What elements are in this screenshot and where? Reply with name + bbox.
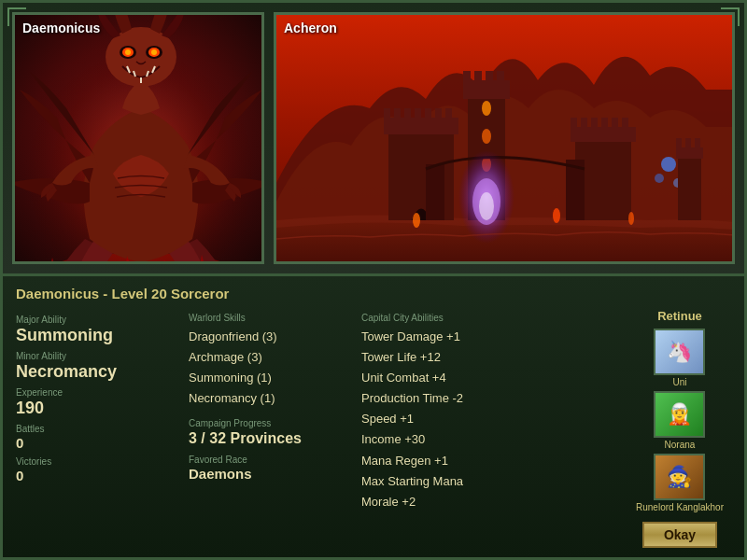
retinue-member-name: Uni <box>672 377 686 387</box>
warlord-skill-item: Dragonfriend (3) <box>189 327 352 347</box>
abilities-list: Tower Damage +1Tower Life +12Unit Combat… <box>361 327 619 512</box>
retinue-title: Retinue <box>657 309 702 323</box>
abilities-header: Capital City Abilities <box>361 313 619 323</box>
svg-rect-27 <box>384 108 390 119</box>
daemonicus-portrait-frame: Daemonicus <box>12 12 264 264</box>
major-ability-value: Summoning <box>16 326 179 345</box>
top-section: Daemonicus <box>3 3 744 273</box>
major-ability-label: Major Ability <box>16 315 179 325</box>
svg-rect-58 <box>685 138 691 148</box>
svg-rect-18 <box>463 71 471 82</box>
svg-point-23 <box>482 129 491 144</box>
experience-label: Experience <box>16 387 179 398</box>
ability-item: Production Time -2 <box>361 388 619 409</box>
svg-rect-32 <box>435 108 442 119</box>
ability-item: Mana Regen +1 <box>361 451 619 471</box>
svg-rect-21 <box>497 71 504 82</box>
retinue-list: 🦄Uni🧝Norana🧙Runelord Kanglakhor <box>636 329 724 516</box>
warlord-skills-list: Dragonfriend (3)Archmage (3)Summoning (1… <box>189 327 352 409</box>
daemonicus-creature-svg <box>15 15 261 261</box>
svg-point-46 <box>479 192 494 220</box>
svg-rect-56 <box>676 147 703 159</box>
svg-rect-40 <box>612 118 618 129</box>
warlord-label: Warlord Skills <box>189 313 352 323</box>
daemonicus-background <box>15 15 261 261</box>
warlord-column: Warlord Skills Dragonfriend (3)Archmage … <box>189 309 352 548</box>
warlord-skill-item: Summoning (1) <box>189 368 352 388</box>
warlord-skill-item: Archmage (3) <box>189 347 352 368</box>
retinue-portrait: 🧙 <box>654 454 705 500</box>
svg-point-52 <box>413 213 420 228</box>
retinue-member: 🦄Uni <box>636 329 724 387</box>
acheron-background <box>276 15 732 261</box>
svg-rect-35 <box>571 127 636 142</box>
retinue-column: Retinue 🦄Uni🧝Norana🧙Runelord Kanglakhor … <box>628 309 731 548</box>
abilities-column: Capital City Abilities Tower Damage +1To… <box>361 309 619 548</box>
svg-point-22 <box>482 101 491 116</box>
ability-item: Speed +1 <box>361 409 619 429</box>
ability-item: Tower Life +12 <box>361 347 619 368</box>
panel-content: Major Ability Summoning Minor Ability Ne… <box>16 309 731 548</box>
battles-value: 0 <box>16 435 179 451</box>
main-frame: Daemonicus <box>0 0 747 560</box>
svg-rect-28 <box>394 108 401 119</box>
svg-rect-42 <box>426 164 444 220</box>
minor-ability-value: Necromancy <box>16 362 179 382</box>
svg-point-7 <box>125 49 131 55</box>
svg-rect-33 <box>445 108 452 119</box>
acheron-scene-svg <box>276 15 732 261</box>
favored-race-label: Favored Race <box>189 455 352 465</box>
svg-point-49 <box>655 174 664 183</box>
minor-ability-label: Minor Ability <box>16 351 179 361</box>
svg-rect-36 <box>571 118 577 129</box>
svg-rect-39 <box>601 118 608 129</box>
svg-rect-19 <box>474 71 482 82</box>
acheron-label: Acheron <box>284 21 337 35</box>
retinue-member: 🧝Norana <box>636 391 724 450</box>
experience-value: 190 <box>16 399 179 418</box>
ability-item: Unit Combat +4 <box>361 368 619 388</box>
ability-item: Morale +2 <box>361 492 619 512</box>
retinue-member-name: Runelord Kanglakhor <box>636 502 724 512</box>
okay-button[interactable]: Okay <box>642 522 717 548</box>
svg-rect-20 <box>486 71 493 82</box>
favored-race-value: Daemons <box>189 466 352 482</box>
svg-rect-55 <box>678 155 701 220</box>
svg-rect-29 <box>404 108 411 119</box>
svg-rect-31 <box>425 108 431 119</box>
panel-title: Daemonicus - Level 20 Sorceror <box>16 286 731 301</box>
svg-rect-37 <box>581 118 587 129</box>
svg-rect-38 <box>591 118 598 129</box>
retinue-member: 🧙Runelord Kanglakhor <box>636 454 724 512</box>
ability-item: Max Starting Mana <box>361 471 619 492</box>
svg-rect-41 <box>622 118 628 129</box>
svg-rect-17 <box>463 80 510 99</box>
campaign-progress-value: 3 / 32 Provinces <box>189 430 352 447</box>
svg-point-54 <box>628 212 634 225</box>
acheron-portrait-frame: Acheron <box>274 12 735 264</box>
warlord-skill-item: Necromancy (1) <box>189 388 352 409</box>
svg-rect-59 <box>695 138 700 148</box>
svg-point-53 <box>553 208 560 223</box>
daemonicus-label: Daemonicus <box>22 21 100 35</box>
ability-item: Tower Damage +1 <box>361 327 619 347</box>
svg-rect-30 <box>415 108 421 119</box>
svg-point-8 <box>151 49 157 55</box>
retinue-portrait: 🧝 <box>654 391 705 438</box>
svg-point-47 <box>661 157 676 172</box>
svg-rect-26 <box>384 118 458 134</box>
retinue-portrait: 🦄 <box>654 329 705 375</box>
info-panel: Daemonicus - Level 20 Sorceror Major Abi… <box>3 273 744 557</box>
victories-label: Victories <box>16 456 179 467</box>
svg-rect-57 <box>676 138 682 148</box>
retinue-member-name: Norana <box>665 440 696 450</box>
victories-value: 0 <box>16 468 179 483</box>
stats-column: Major Ability Summoning Minor Ability Ne… <box>16 309 179 548</box>
ability-item: Income +30 <box>361 429 619 450</box>
campaign-progress-label: Campaign Progress <box>189 418 352 428</box>
battles-label: Battles <box>16 424 179 434</box>
